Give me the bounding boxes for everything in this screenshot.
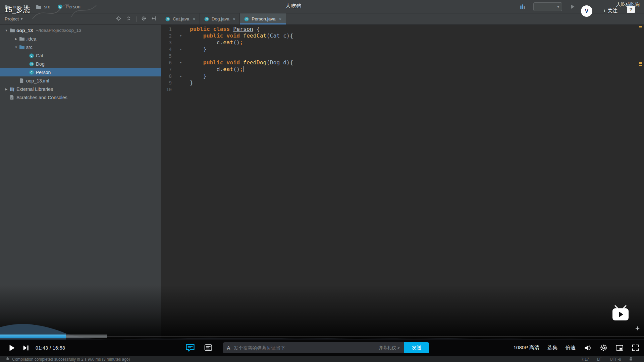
class-icon: C xyxy=(165,16,170,22)
tree-item-src[interactable]: ▼src xyxy=(0,43,161,51)
tab-cat-java[interactable]: CCat.java× xyxy=(161,13,200,24)
line-number: 3 xyxy=(161,39,172,46)
collapsed-arrow-icon[interactable]: ▶ xyxy=(13,37,19,41)
tab-close-icon[interactable]: × xyxy=(233,16,235,22)
tab-close-icon[interactable]: × xyxy=(193,16,196,22)
fold-marker-icon[interactable]: ▾ xyxy=(172,59,190,66)
svg-text:C: C xyxy=(31,71,33,74)
fold-spacer xyxy=(172,26,190,33)
class-icon: C xyxy=(244,16,249,22)
tree-item-external-libraries[interactable]: ▶External Libraries xyxy=(0,85,161,93)
tree-item-cat[interactable]: CCat xyxy=(0,51,161,60)
line-number: 5 xyxy=(161,53,172,59)
scrollbar-warning-mark[interactable] xyxy=(639,62,642,64)
speed-button[interactable]: 倍速 xyxy=(566,345,576,351)
code-line[interactable]: 6▾ public void feedDog(Dog d){ xyxy=(161,59,644,66)
quality-button[interactable]: 1080P 高清 xyxy=(514,345,539,351)
fullscreen-icon[interactable] xyxy=(632,344,639,352)
code-line[interactable]: 3 c.eat(); xyxy=(161,39,644,46)
svg-text:C: C xyxy=(31,62,33,66)
tree-item-person[interactable]: CPerson xyxy=(0,68,161,76)
run-config-select[interactable]: ▾ xyxy=(533,2,562,11)
fold-spacer xyxy=(172,53,190,59)
danmaku-font-style-icon[interactable]: A xyxy=(227,345,230,351)
episodes-button[interactable]: 选集 xyxy=(547,345,557,351)
fold-marker-icon[interactable]: ▴ xyxy=(172,46,190,53)
danmaku-settings-icon[interactable] xyxy=(204,343,213,353)
play-button[interactable] xyxy=(7,344,16,352)
tab-dog-java[interactable]: CDog.java× xyxy=(200,13,240,24)
tree-item-oop-13[interactable]: ▼oop_13~/IdeaProjects/oop_13 xyxy=(0,26,161,35)
tab-close-icon[interactable]: × xyxy=(279,16,282,22)
danmaku-toggle-icon[interactable] xyxy=(185,343,195,354)
player-settings-gear-icon[interactable] xyxy=(600,344,607,352)
seek-bar[interactable] xyxy=(0,334,644,339)
line-number: 10 xyxy=(161,86,172,93)
mini-player-icon[interactable] xyxy=(615,344,624,352)
expanded-arrow-icon[interactable]: ▼ xyxy=(3,29,9,32)
expanded-arrow-icon[interactable]: ▼ xyxy=(13,46,19,49)
class-icon: C xyxy=(204,16,209,22)
line-number: 1 xyxy=(161,26,172,33)
cursor-position[interactable]: 7:17 xyxy=(581,357,589,362)
code-line[interactable]: 10 xyxy=(161,86,644,93)
tab-person-java[interactable]: CPerson.java× xyxy=(240,13,286,24)
lock-icon[interactable] xyxy=(629,357,633,362)
run-button[interactable] xyxy=(570,4,576,11)
locate-file-icon[interactable] xyxy=(116,16,121,22)
fold-spacer xyxy=(172,79,190,86)
fold-marker-icon[interactable]: ▴ xyxy=(172,73,190,79)
project-panel-title[interactable]: Project xyxy=(5,16,19,21)
danmaku-input[interactable] xyxy=(230,345,379,351)
tree-item-oop-13-iml[interactable]: oop_13.iml xyxy=(0,76,161,85)
code-line[interactable]: 8▴ } xyxy=(161,73,644,79)
tree-item-scratches-and-consoles[interactable]: Scratches and Consoles xyxy=(0,93,161,102)
column-structure-icon[interactable] xyxy=(520,4,526,11)
hide-panel-icon[interactable] xyxy=(151,16,157,22)
code-line[interactable]: 2▾ public void feedCat(Cat c){ xyxy=(161,33,644,39)
next-video-button[interactable] xyxy=(22,344,30,352)
scrollbar-warning-mark[interactable] xyxy=(639,65,642,66)
code-line[interactable]: 1public class Person { xyxy=(161,26,644,33)
code-line[interactable]: 4▴ } xyxy=(161,46,644,53)
folder-src-icon xyxy=(19,44,26,50)
code-line[interactable]: 9} xyxy=(161,79,644,86)
follow-button[interactable]: + 关注 xyxy=(603,8,618,14)
line-separator[interactable]: LF xyxy=(597,357,602,362)
line-number: 6 xyxy=(161,59,172,66)
tree-item-dog[interactable]: CDog xyxy=(0,60,161,68)
line-number: 2 xyxy=(161,33,172,39)
ide-statusbar: Compilation completed successfully in 2 … xyxy=(0,356,644,362)
gear-icon[interactable] xyxy=(141,16,147,22)
scrollbar-warning-mark[interactable] xyxy=(639,26,642,27)
class-icon: C xyxy=(29,70,36,75)
class-icon: C xyxy=(29,61,36,67)
player-controls: 01:43 / 16:58 A 弹幕礼仪 > 发送 1080P 高清 选集 倍速 xyxy=(0,340,644,356)
chevron-down-icon: ▾ xyxy=(21,17,23,21)
code-line[interactable]: 5 xyxy=(161,53,644,59)
status-message: Compilation completed successfully in 2 … xyxy=(12,357,130,362)
danmaku-send-button[interactable]: 发送 xyxy=(404,342,429,353)
help-badge[interactable]: ? xyxy=(627,6,635,13)
folder-root-icon xyxy=(9,27,16,33)
svg-text:C: C xyxy=(31,54,33,57)
divider xyxy=(136,16,137,22)
collapsed-arrow-icon[interactable]: ▶ xyxy=(3,87,9,91)
lesson-annotation-text: 15_多态 xyxy=(4,5,30,14)
collapse-all-icon[interactable] xyxy=(126,16,131,22)
danmaku-etiquette-link[interactable]: 弹幕礼仪 > xyxy=(379,345,400,351)
fold-spacer xyxy=(172,86,190,93)
volume-icon[interactable] xyxy=(584,344,592,352)
text-caret xyxy=(244,66,244,72)
watch-together-tv-icon[interactable] xyxy=(611,305,630,323)
file-encoding[interactable]: UTF-8 xyxy=(610,357,621,362)
svg-text:C: C xyxy=(246,17,248,21)
uploader-avatar[interactable]: V xyxy=(581,5,592,17)
danmaku-input-box[interactable]: A 弹幕礼仪 > 发送 xyxy=(223,342,429,353)
svg-text:C: C xyxy=(205,17,208,21)
sparkle-icon xyxy=(635,326,640,332)
code-line[interactable]: 7 d.eat(); xyxy=(161,66,644,73)
danmaku-heat-graph xyxy=(0,318,644,343)
tree-item-idea[interactable]: ▶.idea xyxy=(0,35,161,43)
fold-marker-icon[interactable]: ▾ xyxy=(172,33,190,39)
